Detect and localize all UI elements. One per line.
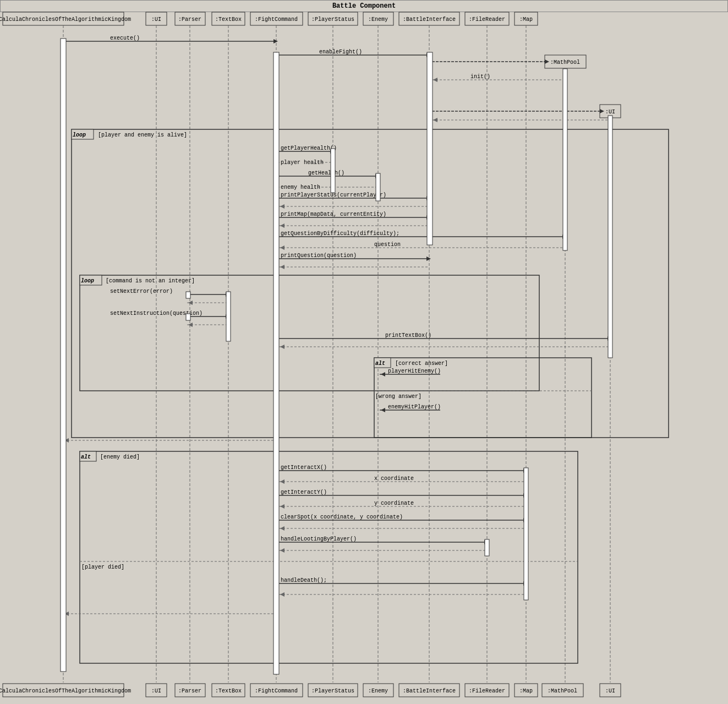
- activation-player: [331, 149, 335, 193]
- label-alt1-guard2: [wrong answer]: [375, 394, 422, 400]
- fragment-alt2: [80, 451, 578, 663]
- lifeline-label-bottom-calc: :CalculaChroniclesOfTheAlgorithmicKingdo…: [0, 688, 131, 694]
- arrow-return-setNextError-head: [188, 301, 193, 305]
- arrow-return-printTextBox-head: [280, 345, 284, 349]
- label-init: init(): [470, 74, 490, 80]
- label-alt2-guard2: [player died]: [81, 564, 124, 570]
- lifeline-label-bottom-ui: :UI: [151, 688, 161, 694]
- lifeline-label-bottom-parser: :Parser: [178, 688, 201, 694]
- activation-map: [524, 468, 528, 600]
- arrow-return-printMap-head: [280, 223, 284, 228]
- arrow-enemyHitPlayer-head: [381, 408, 385, 412]
- label-printPlayerStatus: printPlayerStatus(currentPlayer): [281, 192, 386, 198]
- label-ycoord: y coordinate: [374, 500, 414, 506]
- arrow-init-head: [433, 78, 437, 82]
- lifeline-label-bottom-ui2: :UI: [605, 688, 615, 694]
- lifeline-label-player: :PlayerStatus: [311, 17, 354, 23]
- arrow-return-handleDeath-head: [280, 592, 284, 597]
- lifeline-label-bottom-player: :PlayerStatus: [311, 688, 354, 694]
- label-handleLooting: handleLootingByPlayer(): [281, 536, 357, 542]
- arrow-return-setNextInstruction-head: [188, 323, 193, 327]
- arrow-return-clearSpot-head: [280, 526, 284, 531]
- lifeline-label-bottom-filereader: :FileReader: [469, 688, 505, 694]
- lifeline-label-fight: :FightCommand: [255, 17, 298, 23]
- label-handleDeath: handleDeath();: [281, 577, 327, 583]
- arrow-execute-head: [273, 39, 278, 43]
- label-printMap: printMap(mapData, currentEntity): [281, 211, 386, 217]
- label-xcoord: x coordinate: [374, 476, 414, 482]
- lifeline-label-battle: :BattleInterface: [403, 17, 456, 23]
- sequence-diagram: :CalculaChroniclesOfTheAlgorithmicKingdo…: [0, 0, 728, 704]
- label-playerHealth: player health: [281, 160, 324, 166]
- arrow-question-return-head: [280, 245, 284, 250]
- label-getQuestion: getQuestionByDifficulty(difficulty);: [281, 231, 399, 237]
- label-getInteractX: getInteractX(): [281, 465, 327, 471]
- arrow-return-printPlayerStatus-head: [280, 204, 284, 209]
- label-alt2-guard1: [enemy died]: [100, 454, 140, 460]
- activation-battle: [427, 52, 433, 245]
- lifeline-label-map: :Map: [519, 17, 533, 23]
- arrow-return-handleLooting-head: [280, 548, 284, 553]
- label-loop2-guard: [command is not an integer]: [106, 278, 195, 284]
- activation-textbox: [226, 292, 231, 341]
- lifeline-label-ui: :UI: [151, 17, 161, 23]
- lifeline-label-bottom-fight: :FightCommand: [255, 688, 298, 694]
- lifeline-label-calc: :CalculaChroniclesOfTheAlgorithmicKingdo…: [0, 17, 131, 23]
- lifeline-label-mathpool: :MathPool: [550, 59, 580, 66]
- label-getPlayerHealth: getPlayerHealth(): [281, 145, 337, 151]
- label-enableFight: enableFight(): [319, 49, 362, 55]
- label-getInteractY: getInteractY(): [281, 489, 327, 495]
- label-loop1-tag: loop: [73, 132, 86, 138]
- label-getHealth: getHealth(): [308, 170, 344, 176]
- lifeline-label-parser: :Parser: [178, 17, 201, 23]
- label-printQuestion: printQuestion(question): [281, 253, 357, 259]
- label-printTextBox: printTextBox(): [385, 332, 431, 339]
- lifeline-label-bottom-textbox: :TextBox: [215, 688, 242, 694]
- activation-filereader: [485, 539, 489, 556]
- activation-calc: [61, 39, 66, 672]
- label-setNextError: setNextError(error): [110, 288, 173, 294]
- activation-parser-setNextInstruction: [186, 314, 190, 320]
- arrow-return-printQuestion-head: [280, 265, 284, 269]
- arrow-xcoord-return-head: [280, 479, 284, 484]
- label-enemyHealth: enemy health: [281, 184, 320, 190]
- arrow-ycoord-return-head: [280, 504, 284, 509]
- lifeline-label-bottom-map: :Map: [519, 688, 533, 694]
- label-playerHitEnemy: playerHitEnemy(): [388, 368, 441, 374]
- lifeline-label-bottom-enemy: :Enemy: [368, 688, 388, 694]
- label-alt1-guard1: [correct answer]: [395, 361, 448, 367]
- label-alt2-tag: alt: [81, 454, 91, 460]
- lifeline-label-textbox: :TextBox: [215, 17, 242, 23]
- label-loop1-guard: [player and enemy is alive]: [98, 132, 187, 138]
- arrow-playerHitEnemy-head: [381, 372, 385, 376]
- arrow-printQuestion-head: [426, 257, 431, 261]
- label-loop2-tag: loop: [81, 278, 94, 284]
- arrow-return-ui2-head: [433, 118, 437, 122]
- lifeline-label-ui2: :UI: [605, 109, 615, 115]
- label-execute: execute(): [110, 35, 140, 41]
- lifeline-label-filereader: :FileReader: [469, 17, 505, 23]
- label-question: question: [374, 242, 401, 248]
- activation-mathpool: [563, 69, 567, 250]
- lifeline-label-enemy: :Enemy: [368, 17, 388, 23]
- activation-enemy: [376, 173, 380, 201]
- label-clearSpot: clearSpot(x coordinate, y coordinate): [281, 514, 403, 520]
- activation-parser-setNextError: [186, 292, 190, 298]
- label-enemyHitPlayer: enemyHitPlayer(): [388, 404, 441, 410]
- activation-ui2: [608, 116, 612, 358]
- lifeline-label-bottom-mathpool: :MathPool: [548, 688, 577, 694]
- activation-fight: [273, 52, 279, 674]
- label-alt1-tag: alt: [375, 361, 385, 367]
- diagram: Battle Component :CalculaChroniclesOfThe…: [0, 0, 728, 704]
- lifeline-label-bottom-battle: :BattleInterface: [403, 688, 456, 694]
